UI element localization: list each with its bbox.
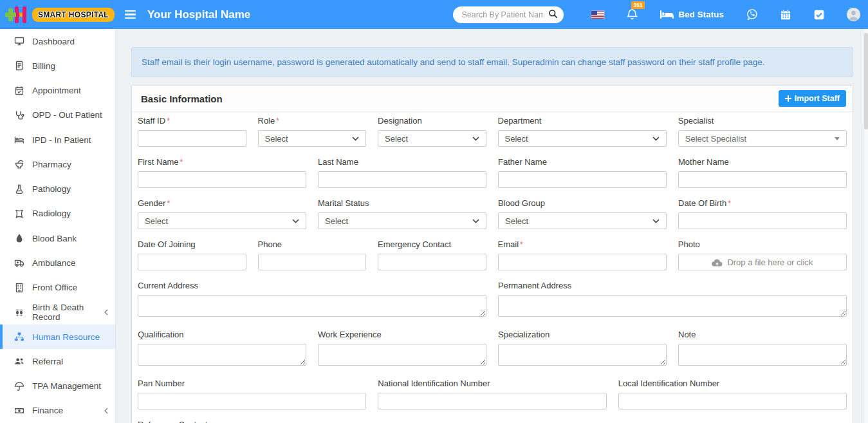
- sitemap-icon: [14, 332, 25, 342]
- mortar-pestle-icon: [14, 159, 25, 169]
- field-current-address: Current Address: [138, 281, 486, 319]
- work-experience-textarea[interactable]: [318, 344, 486, 366]
- sidebar-item-ambulance[interactable]: Ambulance: [0, 250, 115, 275]
- form-row: Staff ID* Role* Select Designation Selec…: [138, 116, 847, 157]
- blood-group-select[interactable]: Select: [498, 212, 667, 229]
- sidebar-item-label: TPA Management: [32, 381, 101, 391]
- sidebar-item-billing[interactable]: Billing: [0, 53, 115, 78]
- patient-bed-icon: [14, 135, 25, 145]
- monitor-icon: [14, 36, 25, 46]
- national-identification-number-input[interactable]: [378, 393, 606, 409]
- field-work-experience: Work Experience: [318, 330, 486, 368]
- form-row: First Name* Last Name Father Name Mother…: [138, 157, 847, 198]
- field-blood-group: Blood Group Select: [498, 198, 667, 229]
- field-department: Department Select: [498, 116, 667, 147]
- sidebar-item-pathology[interactable]: Pathology: [0, 177, 115, 202]
- emergency-contact-input[interactable]: [378, 254, 486, 270]
- footprints-icon: [14, 307, 25, 317]
- field-first-name: First Name*: [138, 157, 306, 188]
- sidebar-item-birth-death-record[interactable]: Birth & Death Record: [0, 300, 115, 324]
- field-last-name: Last Name: [318, 157, 486, 188]
- note-textarea[interactable]: [678, 344, 847, 366]
- user-avatar[interactable]: [847, 8, 860, 21]
- field-emergency-contact: Emergency Contact: [378, 240, 486, 270]
- pan-number-input[interactable]: [138, 393, 366, 409]
- sidebar-item-opd[interactable]: OPD - Out Patient: [0, 103, 115, 127]
- field-marital-status: Marital Status Select: [318, 198, 486, 229]
- scrollbar-thumb[interactable]: [864, 33, 868, 129]
- chevron-down-icon: [652, 136, 660, 141]
- chevron-down-icon: [292, 219, 299, 223]
- sidebar-item-radiology[interactable]: Radiology: [0, 202, 115, 226]
- gender-select[interactable]: Select: [138, 212, 306, 229]
- sidebar-item-finance[interactable]: Finance: [0, 399, 115, 423]
- language-flag-icon[interactable]: [591, 11, 604, 19]
- form-row: Current Address Permanent Address: [138, 281, 847, 330]
- calendar-icon[interactable]: [780, 9, 791, 21]
- plus-icon: [785, 95, 791, 102]
- specialization-textarea[interactable]: [498, 344, 667, 366]
- sidebar-item-ipd[interactable]: IPD - In Patient: [0, 127, 115, 152]
- basic-information-panel: Basic Information Import Staff Staff ID*…: [131, 85, 853, 423]
- search-icon[interactable]: [548, 9, 558, 19]
- sidebar-item-pharmacy[interactable]: Pharmacy: [0, 152, 115, 176]
- chevron-down-icon: [472, 136, 479, 141]
- page-scrollbar[interactable]: [863, 29, 868, 423]
- field-specialization: Specialization: [498, 330, 667, 368]
- designation-select[interactable]: Select: [378, 130, 486, 147]
- staff-id-input[interactable]: [138, 130, 246, 147]
- photo-dropzone[interactable]: Drop a file here or click: [678, 254, 847, 270]
- specialist-select[interactable]: Select Specialist: [678, 130, 847, 147]
- sidebar-item-label: IPD - In Patient: [32, 135, 91, 145]
- field-date-of-birth: Date Of Birth*: [678, 198, 847, 229]
- sidebar-item-label: Human Resource: [32, 332, 100, 342]
- chevron-down-icon: [652, 219, 660, 223]
- sidebar-item-front-office[interactable]: Front Office: [0, 276, 115, 300]
- required-marker: *: [728, 199, 731, 208]
- chevron-down-icon: [472, 219, 479, 223]
- form-row: Gender* Select Marital Status Select Blo…: [138, 198, 847, 240]
- bed-status-button[interactable]: Bed Status: [660, 10, 724, 19]
- email-input[interactable]: [498, 254, 667, 270]
- caret-down-icon: [835, 137, 840, 140]
- field-gender: Gender* Select: [138, 198, 306, 229]
- whatsapp-icon[interactable]: [746, 8, 758, 21]
- sidebar-item-label: Appointment: [32, 86, 81, 95]
- father-name-input[interactable]: [498, 171, 667, 188]
- tasks-icon[interactable]: [813, 9, 825, 21]
- sidebar-item-label: Birth & Death Record: [32, 303, 104, 322]
- permanent-address-textarea[interactable]: [498, 295, 847, 317]
- notifications-bell-icon[interactable]: 351: [626, 8, 638, 21]
- current-address-textarea[interactable]: [138, 295, 486, 317]
- sidebar-item-human-resource[interactable]: Human Resource: [0, 324, 115, 349]
- local-identification-number-input[interactable]: [618, 393, 847, 409]
- bed-status-label: Bed Status: [678, 10, 724, 19]
- flask-icon: [14, 184, 25, 194]
- sidebar-item-blood-bank[interactable]: Blood Bank: [0, 226, 115, 250]
- qualification-textarea[interactable]: [138, 344, 306, 366]
- required-marker: *: [276, 117, 279, 126]
- field-date-of-joining: Date Of Joining: [138, 240, 246, 270]
- sidebar-item-label: Pathology: [32, 184, 71, 194]
- import-staff-button[interactable]: Import Staff: [779, 90, 846, 107]
- last-name-input[interactable]: [318, 171, 486, 188]
- sidebar-item-label: Front Office: [32, 283, 77, 292]
- sidebar-item-referral[interactable]: Referral: [0, 349, 115, 373]
- first-name-input[interactable]: [138, 171, 306, 188]
- sidebar-item-appointment[interactable]: Appointment: [0, 79, 115, 103]
- menu-toggle-icon[interactable]: [122, 8, 138, 22]
- date-of-birth-input[interactable]: [678, 212, 847, 229]
- sidebar-item-label: Referral: [32, 357, 63, 366]
- brand-logo[interactable]: SMART HOSPITAL: [0, 0, 116, 29]
- staff-form: Staff ID* Role* Select Designation Selec…: [132, 112, 853, 423]
- date-of-joining-input[interactable]: [138, 254, 246, 270]
- phone-input[interactable]: [258, 254, 367, 270]
- search-input[interactable]: [453, 6, 564, 23]
- role-select[interactable]: Select: [258, 130, 367, 147]
- department-select[interactable]: Select: [498, 130, 667, 147]
- sidebar-item-tpa-management[interactable]: TPA Management: [0, 374, 115, 399]
- required-marker: *: [180, 158, 183, 167]
- sidebar-item-dashboard[interactable]: Dashboard: [0, 29, 115, 53]
- marital-status-select[interactable]: Select: [318, 212, 486, 229]
- mother-name-input[interactable]: [678, 171, 847, 188]
